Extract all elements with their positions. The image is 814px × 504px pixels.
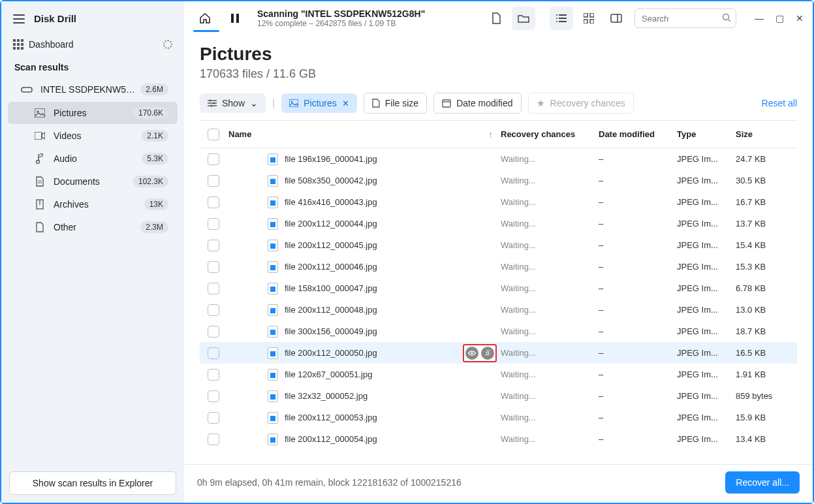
file-name: file 200x112_000053.jpg xyxy=(285,413,377,422)
file-name: file 200x112_000045.jpg xyxy=(285,240,377,250)
col-recovery[interactable]: Recovery chances xyxy=(501,129,599,139)
preview-button[interactable] xyxy=(465,347,478,360)
row-checkbox[interactable] xyxy=(208,240,219,251)
row-checkbox[interactable] xyxy=(208,283,219,294)
home-button[interactable] xyxy=(193,7,217,30)
table-row[interactable]: file 200x112_000050.jpg# Waiting... – JP… xyxy=(200,342,797,364)
select-all-checkbox[interactable] xyxy=(208,129,219,140)
table-row[interactable]: file 508x350_000042.jpg Waiting... – JPE… xyxy=(200,170,797,191)
svg-rect-19 xyxy=(236,14,239,23)
hex-button[interactable]: # xyxy=(481,347,494,360)
table-row[interactable]: file 300x156_000049.jpg Waiting... – JPE… xyxy=(200,321,797,342)
table-row[interactable]: file 120x67_000051.jpg Waiting... – JPEG… xyxy=(200,364,797,385)
row-checkbox[interactable] xyxy=(208,326,219,338)
table-row[interactable]: file 200x112_000048.jpg Waiting... – JPE… xyxy=(200,299,797,321)
svg-rect-6 xyxy=(13,47,16,50)
search-icon xyxy=(722,13,731,22)
date-modified: – xyxy=(599,283,677,293)
col-date[interactable]: Date modified xyxy=(599,129,677,139)
table-row[interactable]: file 158x100_000047.jpg Waiting... – JPE… xyxy=(200,277,797,299)
recover-all-button[interactable]: Recover all... xyxy=(725,471,800,494)
date-modified: – xyxy=(599,219,677,228)
file-size: 16.5 KB xyxy=(736,348,794,358)
table-row[interactable]: file 32x32_000052.jpg Waiting... – JPEG … xyxy=(200,385,797,407)
row-checkbox[interactable] xyxy=(208,261,219,273)
row-checkbox[interactable] xyxy=(208,412,219,424)
sidebar-dashboard-label: Dashboard xyxy=(29,39,74,50)
recovery-status: Waiting... xyxy=(501,348,599,358)
svg-rect-2 xyxy=(21,39,23,42)
grid-view-button[interactable] xyxy=(577,7,601,30)
table-row[interactable]: file 200x112_000054.jpg Waiting... – JPE… xyxy=(200,428,797,450)
file-icon xyxy=(372,99,380,108)
svg-point-39 xyxy=(211,105,213,107)
row-checkbox[interactable] xyxy=(208,347,219,359)
table-row[interactable]: file 200x112_000053.jpg Waiting... – JPE… xyxy=(200,407,797,428)
sidebar-item-videos[interactable]: Videos2.1K xyxy=(8,125,178,147)
date-modified: – xyxy=(599,348,677,358)
row-checkbox[interactable] xyxy=(208,218,219,230)
pause-button[interactable] xyxy=(223,7,247,30)
panel-view-button[interactable] xyxy=(604,7,628,30)
table-row[interactable]: file 200x112_000044.jpg Waiting... – JPE… xyxy=(200,213,797,234)
sidebar-item-pictures[interactable]: Pictures170.6K xyxy=(8,102,178,124)
jpeg-file-icon xyxy=(268,153,278,165)
videos-icon xyxy=(34,130,46,142)
folder-view-button[interactable] xyxy=(512,7,535,30)
col-size[interactable]: Size xyxy=(736,129,794,139)
sidebar-item-documents[interactable]: Documents102.3K xyxy=(8,170,178,193)
list-view-button[interactable] xyxy=(550,7,573,30)
datemodified-filter[interactable]: Date modified xyxy=(433,93,521,114)
row-checkbox[interactable] xyxy=(208,390,219,402)
date-modified: – xyxy=(599,154,677,164)
search-input[interactable] xyxy=(634,8,736,28)
reset-filters-button[interactable]: Reset all xyxy=(762,98,797,108)
show-filter[interactable]: Show ⌄ xyxy=(200,93,266,113)
sidebar-item-label: Documents xyxy=(54,176,100,187)
table-row[interactable]: file 416x416_000043.jpg Waiting... – JPE… xyxy=(200,191,797,213)
show-filter-label: Show xyxy=(222,98,245,108)
maximize-button[interactable]: ▢ xyxy=(775,13,784,24)
close-button[interactable]: ✕ xyxy=(796,13,804,24)
row-checkbox[interactable] xyxy=(208,304,219,316)
recovery-filter[interactable]: ★ Recovery chances xyxy=(528,93,634,114)
recovery-status: Waiting... xyxy=(501,219,599,228)
jpeg-file-icon xyxy=(268,304,278,316)
col-type[interactable]: Type xyxy=(677,129,736,139)
sort-asc-icon[interactable]: ↑ xyxy=(489,129,493,139)
recovery-status: Waiting... xyxy=(501,240,599,250)
remove-filter-icon[interactable]: ✕ xyxy=(342,99,349,108)
minimize-button[interactable]: — xyxy=(755,13,764,24)
file-view-button[interactable] xyxy=(484,7,508,30)
filter-bar: Show ⌄ | Pictures ✕ File size Date modif… xyxy=(200,93,797,114)
file-size: 15.3 KB xyxy=(736,262,794,272)
sidebar-item-archives[interactable]: Archives13K xyxy=(8,193,178,215)
recovery-status: Waiting... xyxy=(501,391,599,401)
row-checkbox[interactable] xyxy=(208,153,219,165)
table-row[interactable]: file 200x112_000045.jpg Waiting... – JPE… xyxy=(200,234,797,256)
file-name: file 200x112_000048.jpg xyxy=(285,305,377,315)
sidebar-item-audio[interactable]: Audio5.3K xyxy=(8,148,178,170)
file-size: 13.0 KB xyxy=(736,305,794,315)
file-name: file 200x112_000054.jpg xyxy=(285,434,377,444)
table-row[interactable]: file 200x112_000046.jpg Waiting... – JPE… xyxy=(200,256,797,277)
svg-point-37 xyxy=(210,100,211,102)
pictures-filter-chip[interactable]: Pictures ✕ xyxy=(281,93,357,113)
sidebar-item-dashboard[interactable]: Dashboard xyxy=(1,33,184,55)
star-icon: ★ xyxy=(537,98,545,108)
scan-title: Scanning "INTEL SSDPEKNW512G8H" xyxy=(257,8,425,19)
row-checkbox[interactable] xyxy=(208,197,219,208)
show-in-explorer-button[interactable]: Show scan results in Explorer xyxy=(9,471,176,495)
row-checkbox[interactable] xyxy=(208,369,219,381)
row-checkbox[interactable] xyxy=(208,433,219,445)
svg-rect-28 xyxy=(584,20,587,24)
table-row[interactable]: file 196x196_000041.jpg Waiting... – JPE… xyxy=(200,148,797,170)
date-modified: – xyxy=(599,240,677,250)
svg-rect-8 xyxy=(21,47,23,50)
row-checkbox[interactable] xyxy=(208,175,219,187)
filesize-filter[interactable]: File size xyxy=(364,93,427,114)
sidebar-item-other[interactable]: Other2.3M xyxy=(8,216,178,238)
sidebar-drive[interactable]: INTEL SSDPEKNW512G... 2.6M xyxy=(8,78,178,101)
col-name[interactable]: Name xyxy=(228,129,251,139)
menu-icon[interactable] xyxy=(13,14,25,24)
